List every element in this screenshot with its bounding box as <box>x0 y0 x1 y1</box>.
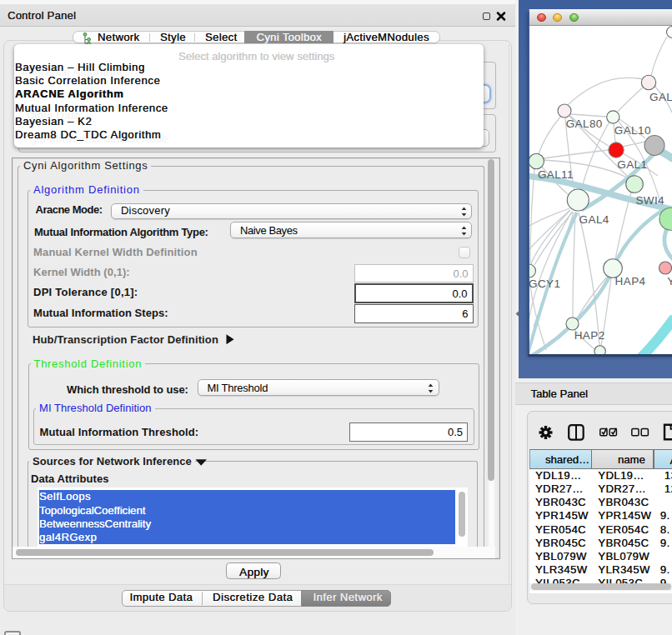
svg-text:HAP4: HAP4 <box>615 275 646 288</box>
svg-text:GAL1: GAL1 <box>617 158 647 171</box>
svg-text:GAL7: GAL7 <box>649 91 672 103</box>
svg-text:GCY1: GCY1 <box>529 278 560 290</box>
svg-text:GAL10: GAL10 <box>614 124 651 137</box>
svg-text:GAL4: GAL4 <box>579 213 609 226</box>
svg-text:SWI4: SWI4 <box>635 194 664 207</box>
svg-text:GAL80: GAL80 <box>566 118 603 130</box>
svg-text:Y: Y <box>667 275 672 288</box>
svg-text:GAL11: GAL11 <box>538 168 574 181</box>
svg-text:HAP2: HAP2 <box>574 329 605 342</box>
